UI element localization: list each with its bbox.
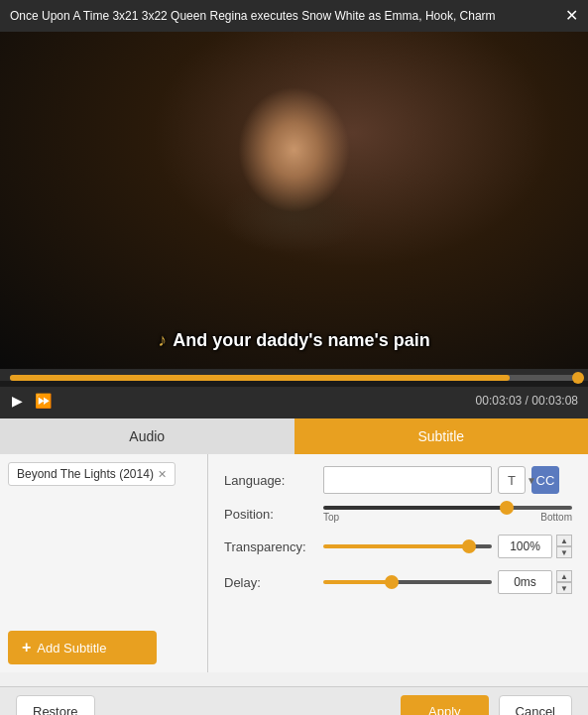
transparency-input[interactable] bbox=[498, 535, 552, 558]
panel-content: Beyond The Lights (2014) ✕ + Add Subtitl… bbox=[0, 454, 588, 672]
restore-button[interactable]: Restore bbox=[16, 695, 95, 715]
subtitle-content: And your daddy's name's pain bbox=[173, 330, 430, 350]
window-title: Once Upon A Time 3x21 3x22 Queen Regina … bbox=[10, 9, 496, 23]
tab-subtitle[interactable]: Subtitle bbox=[294, 418, 589, 454]
right-buttons: Apply Cancel bbox=[401, 695, 572, 715]
language-control: ▼ T CC bbox=[323, 466, 572, 494]
tab-audio[interactable]: Audio bbox=[0, 418, 294, 454]
subtitle-panel: Language: ▼ T CC Position: bbox=[208, 454, 588, 672]
controls-left: ▶ ⏩ bbox=[10, 391, 54, 411]
progress-bar-thumb[interactable] bbox=[572, 372, 584, 384]
close-button[interactable]: ✕ bbox=[565, 8, 578, 24]
progress-area bbox=[0, 369, 588, 381]
transparency-row: Transparency: ▲ ▼ bbox=[224, 535, 572, 558]
cc-icon: CC bbox=[536, 473, 555, 488]
text-icon: T bbox=[508, 473, 516, 488]
position-control: Top Bottom bbox=[323, 506, 572, 523]
progress-bar-track[interactable] bbox=[10, 375, 578, 381]
progress-bar-fill bbox=[10, 375, 510, 381]
cc-button[interactable]: CC bbox=[531, 466, 559, 494]
position-top-label: Top bbox=[323, 512, 339, 523]
position-labels: Top Bottom bbox=[323, 512, 572, 523]
language-select[interactable] bbox=[323, 466, 492, 494]
video-overlay bbox=[0, 32, 588, 369]
transparency-down[interactable]: ▼ bbox=[556, 546, 572, 558]
audio-tag: Beyond The Lights (2014) ✕ bbox=[8, 462, 176, 486]
transparency-arrows: ▲ ▼ bbox=[556, 535, 572, 558]
delay-slider[interactable] bbox=[323, 580, 492, 584]
transparency-label: Transparency: bbox=[224, 539, 323, 554]
add-subtitle-button[interactable]: + Add Subtitle bbox=[8, 631, 157, 664]
language-row: Language: ▼ T CC bbox=[224, 466, 572, 494]
transparency-control: ▲ ▼ bbox=[323, 535, 572, 558]
delay-input[interactable] bbox=[498, 570, 552, 594]
total-time: 00:03:08 bbox=[531, 394, 578, 408]
text-style-button[interactable]: T bbox=[498, 466, 526, 494]
add-icon: + bbox=[22, 639, 31, 656]
tabs: Audio Subtitle bbox=[0, 418, 588, 454]
add-subtitle-label: Add Subtitle bbox=[37, 641, 106, 655]
apply-button[interactable]: Apply bbox=[401, 695, 489, 715]
position-row: Position: Top Bottom bbox=[224, 506, 572, 523]
position-label: Position: bbox=[224, 507, 323, 522]
delay-control: ▲ ▼ bbox=[323, 570, 572, 594]
fast-forward-button[interactable]: ⏩ bbox=[33, 391, 54, 411]
audio-tag-label: Beyond The Lights (2014) bbox=[17, 467, 154, 481]
video-player: ♪And your daddy's name's pain bbox=[0, 32, 588, 369]
subtitle-display: ♪And your daddy's name's pain bbox=[158, 330, 430, 351]
delay-arrows: ▲ ▼ bbox=[556, 570, 572, 594]
position-bottom-label: Bottom bbox=[540, 512, 572, 523]
language-label: Language: bbox=[224, 473, 323, 488]
cancel-button[interactable]: Cancel bbox=[499, 695, 572, 715]
delay-row: Delay: ▲ ▼ bbox=[224, 570, 572, 594]
delay-down[interactable]: ▼ bbox=[556, 582, 572, 594]
player-controls: ▶ ⏩ 00:03:03 / 00:03:08 bbox=[0, 387, 588, 418]
audio-panel: Beyond The Lights (2014) ✕ + Add Subtitl… bbox=[0, 454, 208, 672]
current-time: 00:03:03 bbox=[476, 394, 523, 408]
title-bar: Once Upon A Time 3x21 3x22 Queen Regina … bbox=[0, 0, 588, 32]
bottom-bar: Restore Apply Cancel bbox=[0, 686, 588, 715]
panel-area: Audio Subtitle Beyond The Lights (2014) … bbox=[0, 418, 588, 686]
audio-tag-close[interactable]: ✕ bbox=[158, 468, 167, 481]
transparency-spinner-wrap: ▲ ▼ bbox=[498, 535, 572, 558]
position-slider[interactable] bbox=[323, 506, 572, 510]
delay-up[interactable]: ▲ bbox=[556, 570, 572, 582]
transparency-up[interactable]: ▲ bbox=[556, 535, 572, 546]
transparency-slider[interactable] bbox=[323, 544, 492, 548]
time-display: 00:03:03 / 00:03:08 bbox=[476, 394, 578, 408]
delay-label: Delay: bbox=[224, 575, 323, 590]
subtitle-note: ♪ bbox=[158, 330, 167, 350]
play-button[interactable]: ▶ bbox=[10, 391, 25, 411]
delay-spinner-wrap: ▲ ▼ bbox=[498, 570, 572, 594]
